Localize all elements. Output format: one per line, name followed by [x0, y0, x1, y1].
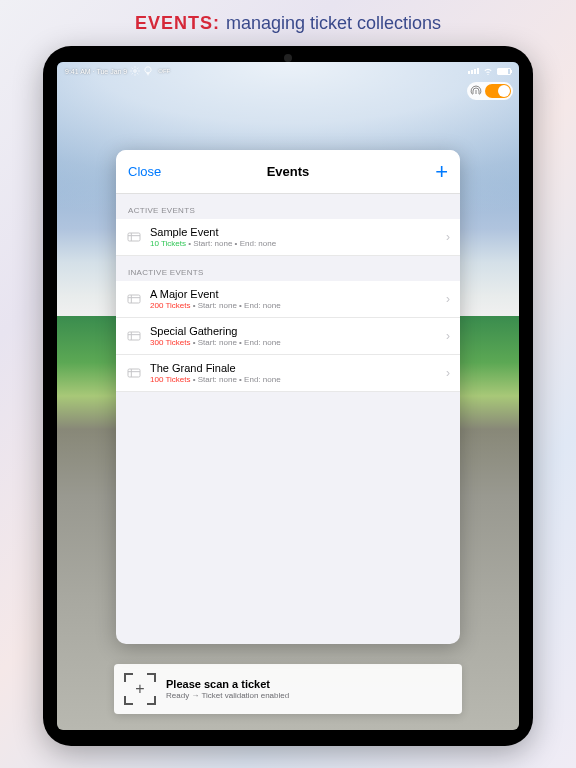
scan-subtitle: Ready → Ticket validation enabled	[166, 691, 452, 700]
event-subtitle: 300 Tickets • Start: none • End: none	[150, 338, 438, 347]
fingerprint-icon	[469, 84, 483, 98]
event-row[interactable]: The Grand Finale100 Tickets • Start: non…	[116, 355, 460, 392]
validation-toggle[interactable]	[485, 84, 511, 98]
wifi-icon	[483, 68, 493, 75]
event-subtitle: 200 Tickets • Start: none • End: none	[150, 301, 438, 310]
modal-title: Events	[267, 164, 310, 179]
svg-rect-2	[128, 295, 140, 303]
chevron-right-icon: ›	[446, 366, 450, 380]
event-title: The Grand Finale	[150, 362, 438, 374]
promo-text: managing ticket collections	[226, 13, 441, 34]
svg-rect-1	[128, 233, 140, 241]
ticket-icon	[126, 365, 142, 381]
scan-title: Please scan a ticket	[166, 678, 452, 690]
event-row[interactable]: Special Gathering300 Tickets • Start: no…	[116, 318, 460, 355]
svg-rect-4	[128, 369, 140, 377]
plus-icon: +	[135, 680, 144, 698]
event-row[interactable]: Sample Event10 Tickets • Start: none • E…	[116, 219, 460, 256]
signal-icon	[468, 68, 479, 74]
event-subtitle: 10 Tickets • Start: none • End: none	[150, 239, 438, 248]
off-label: OFF	[156, 68, 172, 74]
battery-icon	[497, 68, 511, 75]
scan-frame-icon: +	[124, 673, 156, 705]
event-subtitle: 100 Tickets • Start: none • End: none	[150, 375, 438, 384]
bulb-icon[interactable]	[143, 66, 153, 76]
ticket-icon	[126, 229, 142, 245]
promo-accent: EVENTS:	[135, 13, 220, 34]
svg-rect-3	[128, 332, 140, 340]
chevron-right-icon: ›	[446, 292, 450, 306]
events-modal: Close Events + ACTIVE EVENTS Sample Even…	[116, 150, 460, 644]
status-time: 9:41 AM · Tue Jan 9	[65, 68, 127, 75]
active-events-header: ACTIVE EVENTS	[116, 194, 460, 219]
chevron-right-icon: ›	[446, 329, 450, 343]
gear-icon[interactable]	[130, 66, 140, 76]
inactive-events-header: INACTIVE EVENTS	[116, 256, 460, 281]
camera-dot	[284, 54, 292, 62]
event-row[interactable]: A Major Event200 Tickets • Start: none •…	[116, 281, 460, 318]
close-button[interactable]: Close	[128, 164, 161, 179]
status-bar: 9:41 AM · Tue Jan 9 OFF	[57, 62, 519, 80]
modal-header: Close Events +	[116, 150, 460, 194]
event-title: Special Gathering	[150, 325, 438, 337]
event-title: A Major Event	[150, 288, 438, 300]
chevron-right-icon: ›	[446, 230, 450, 244]
ticket-icon	[126, 291, 142, 307]
add-button[interactable]: +	[435, 161, 448, 183]
ipad-frame: 9:41 AM · Tue Jan 9 OFF	[43, 46, 533, 746]
scan-bar[interactable]: + Please scan a ticket Ready → Ticket va…	[114, 664, 462, 714]
ticket-icon	[126, 328, 142, 344]
validation-toggle-group	[467, 82, 513, 100]
svg-point-0	[134, 70, 137, 73]
event-title: Sample Event	[150, 226, 438, 238]
screen: 9:41 AM · Tue Jan 9 OFF	[57, 62, 519, 730]
promo-header: EVENTS: managing ticket collections	[0, 0, 576, 46]
